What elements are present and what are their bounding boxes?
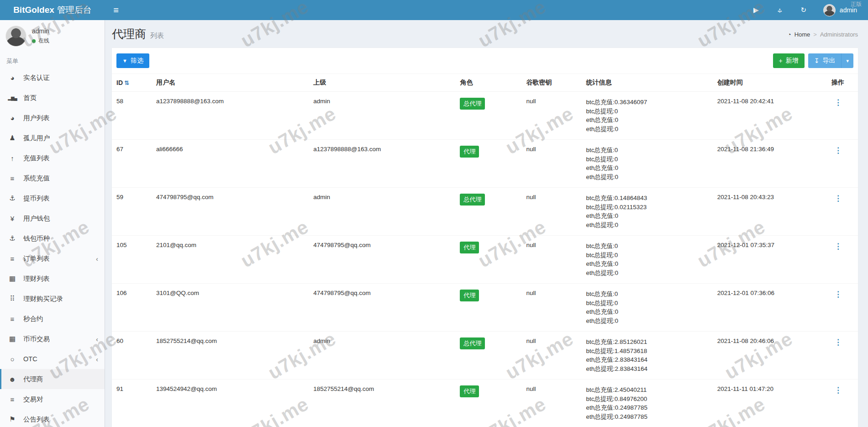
more-vert-icon: ⋮ bbox=[834, 146, 842, 155]
col-actions: 操作 bbox=[827, 74, 858, 92]
table-row: 60 1852755214@qq.com admin 总代理 null btc总… bbox=[112, 332, 858, 380]
sidebar-item-agents[interactable]: ☻ 代理商 bbox=[0, 369, 105, 389]
cell-id: 91 bbox=[112, 380, 152, 427]
sort-icon[interactable]: ⇅ bbox=[124, 79, 129, 86]
cell-created: 2021-11-08 20:46:06 bbox=[713, 332, 827, 380]
drupal-icon: ◕ bbox=[7, 114, 17, 122]
row-actions-button[interactable]: ⋮ bbox=[831, 98, 845, 107]
row-actions-button[interactable]: ⋮ bbox=[831, 290, 845, 299]
col-id: ID⇅ bbox=[112, 74, 152, 92]
role-badge: 总代理 bbox=[460, 194, 485, 206]
cell-google-key: null bbox=[522, 188, 582, 236]
cell-stats: btc总充值:0.14864843btc总提现:0.02115323eth总充值… bbox=[582, 188, 713, 236]
row-actions-button[interactable]: ⋮ bbox=[831, 242, 845, 251]
sidebar-toggle-button[interactable]: ≡ bbox=[105, 0, 127, 20]
cell-username: 1852755214@qq.com bbox=[152, 332, 309, 380]
more-vert-icon: ⋮ bbox=[834, 242, 842, 251]
arrow-up-icon: ↑ bbox=[7, 154, 17, 162]
sidebar-item-trade-pairs[interactable]: ≡ 交易对 bbox=[0, 389, 105, 409]
cell-google-key: null bbox=[522, 140, 582, 188]
sidebar-item-user-wallet[interactable]: ¥ 用户钱包 bbox=[0, 208, 105, 228]
cell-parent: admin bbox=[309, 332, 455, 380]
cell-username: ali666666 bbox=[152, 140, 309, 188]
sidebar-item-finance-purchase-records[interactable]: ⠿ 理财购买记录 bbox=[0, 289, 105, 309]
sidebar-item-withdraw-list[interactable]: ⚓ 提币列表 bbox=[0, 188, 105, 208]
sidebar-user-name: admin bbox=[32, 27, 49, 35]
cell-parent: 474798795@qq.com bbox=[309, 284, 455, 332]
table-row: 91 1394524942@qq.com 1852755214@qq.com 代… bbox=[112, 380, 858, 427]
col-username: 用户名 bbox=[152, 74, 309, 92]
filter-button[interactable]: ▼ 筛选 bbox=[116, 53, 149, 68]
col-stats: 统计信息 bbox=[582, 74, 713, 92]
sidebar-item-real-name-auth[interactable]: ◕ 实名认证 bbox=[0, 68, 105, 88]
cell-google-key: null bbox=[522, 92, 582, 140]
sidebar-user-panel: admin 在线 bbox=[0, 20, 105, 51]
more-vert-icon: ⋮ bbox=[834, 98, 842, 107]
table-row: 106 3101@QQ.com 474798795@qq.com 代理 null… bbox=[112, 284, 858, 332]
row-actions-button[interactable]: ⋮ bbox=[831, 337, 845, 347]
sidebar-item-announcement-list[interactable]: ⚑ 公告列表 bbox=[0, 409, 105, 427]
sidebar-item-system-recharge[interactable]: ≡ 系统充值 bbox=[0, 168, 105, 188]
top-navbar: BitGoldex 管理后台 ≡ ▶ ↻ admin bbox=[0, 0, 868, 20]
caret-down-icon: ▾ bbox=[846, 58, 849, 64]
sidebar-item-orphan-users[interactable]: ♟ 孤儿用户 bbox=[0, 128, 105, 148]
page-subtitle: 列表 bbox=[150, 32, 164, 39]
chevron-left-icon: ‹ bbox=[96, 355, 98, 363]
cell-stats: btc总充值:0btc总提现:0eth总充值:0eth总提现:0 bbox=[582, 284, 713, 332]
col-parent: 上级 bbox=[309, 74, 455, 92]
sidebar-item-user-list[interactable]: ◕ 用户列表 bbox=[0, 108, 105, 128]
col-role: 角色 bbox=[455, 74, 521, 92]
cell-stats: btc总充值:0btc总提现:0eth总充值:0eth总提现:0 bbox=[582, 140, 713, 188]
cell-created: 2021-12-01 07:35:37 bbox=[713, 236, 827, 284]
cell-parent: 474798795@qq.com bbox=[309, 236, 455, 284]
refresh-icon[interactable]: ↻ bbox=[800, 6, 808, 14]
plus-icon: + bbox=[779, 57, 783, 64]
sidebar-item-otc[interactable]: ○ OTC ‹ bbox=[0, 349, 105, 369]
dashboard-icon: ◔ bbox=[788, 31, 791, 38]
add-button[interactable]: + 新增 bbox=[773, 53, 805, 68]
agents-table: ID⇅ 用户名 上级 角色 谷歌密钥 统计信息 创建时间 操作 58 a1237… bbox=[112, 74, 858, 427]
row-actions-button[interactable]: ⋮ bbox=[831, 194, 845, 203]
cell-id: 58 bbox=[112, 92, 152, 140]
brand-logo[interactable]: BitGoldex 管理后台 bbox=[0, 0, 105, 20]
grid-icon: ⠿ bbox=[7, 295, 17, 303]
sidebar-item-coin-trade[interactable]: ▦ 币币交易 ‹ bbox=[0, 329, 105, 349]
list-icon: ≡ bbox=[7, 255, 17, 263]
cell-google-key: null bbox=[522, 284, 582, 332]
role-badge: 代理 bbox=[460, 146, 479, 158]
sidebar-item-finance-list[interactable]: ▦ 理财列表 bbox=[0, 269, 105, 289]
cell-id: 67 bbox=[112, 140, 152, 188]
role-badge: 总代理 bbox=[460, 337, 485, 349]
cell-stats: btc总充值:2.45040211btc总提现:0.84976200eth总充值… bbox=[582, 380, 713, 427]
cell-id: 105 bbox=[112, 236, 152, 284]
cell-stats: btc总充值:0.36346097btc总提现:0eth总充值:0eth总提现:… bbox=[582, 92, 713, 140]
sidebar-item-home[interactable]: ▂▆▄ 首页 bbox=[0, 88, 105, 108]
menu-section-label: 菜单 bbox=[0, 51, 105, 68]
main-content: 代理商列表 ◔ Home > Administrators ▼ 筛选 + 新增 … bbox=[105, 20, 868, 427]
cell-google-key: null bbox=[522, 380, 582, 427]
chart-bar-icon: ▂▆▄ bbox=[7, 95, 17, 100]
sidebar-item-second-contract[interactable]: ≡ 秒合约 bbox=[0, 309, 105, 329]
agents-card: ▼ 筛选 + 新增 ↧ 导出 ▾ bbox=[112, 47, 858, 427]
cell-username: 2101@qq.com bbox=[152, 236, 309, 284]
export-dropdown-button[interactable]: ▾ bbox=[841, 53, 853, 68]
row-actions-button[interactable]: ⋮ bbox=[831, 385, 845, 395]
play-icon[interactable]: ▶ bbox=[752, 6, 760, 14]
cell-id: 59 bbox=[112, 188, 152, 236]
sidebar-user-status[interactable]: 在线 bbox=[32, 37, 49, 45]
row-actions-button[interactable]: ⋮ bbox=[831, 146, 845, 155]
export-button[interactable]: ↧ 导出 bbox=[808, 53, 842, 68]
breadcrumb-current: Administrators bbox=[820, 31, 858, 38]
sidebar-item-order-list[interactable]: ≡ 订单列表 ‹ bbox=[0, 248, 105, 269]
more-vert-icon: ⋮ bbox=[834, 194, 842, 203]
sidebar-item-recharge-list[interactable]: ↑ 充值列表 bbox=[0, 148, 105, 168]
cell-id: 60 bbox=[112, 332, 152, 380]
download-icon: ↧ bbox=[814, 57, 820, 64]
table-row: 105 2101@qq.com 474798795@qq.com 代理 null… bbox=[112, 236, 858, 284]
breadcrumb-home-link[interactable]: Home bbox=[794, 31, 810, 38]
fullscreen-icon[interactable] bbox=[776, 6, 784, 14]
cell-stats: btc总充值:2.85126021btc总提现:1.48573618eth总充值… bbox=[582, 332, 713, 380]
cell-parent: admin bbox=[309, 188, 455, 236]
sidebar-item-wallet-coins[interactable]: ⚓ 钱包币种 bbox=[0, 228, 105, 248]
chevron-left-icon: ‹ bbox=[96, 335, 98, 343]
